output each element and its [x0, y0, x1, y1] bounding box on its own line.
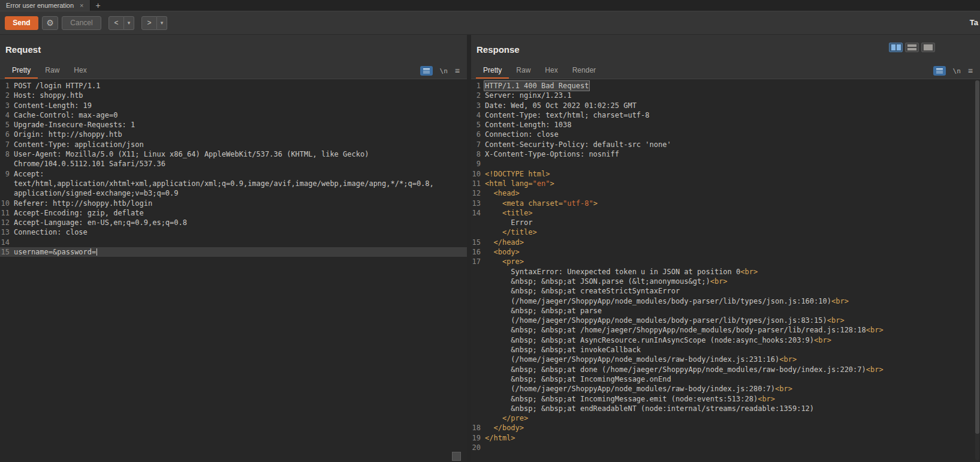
- code-line[interactable]: &nbsp; &nbsp;at done (/home/jaeger/Shopp…: [471, 365, 980, 374]
- code-line[interactable]: 4Content-Type: text/html; charset=utf-8: [471, 110, 980, 120]
- code-line[interactable]: 10<!DOCTYPE html>: [471, 169, 980, 179]
- code-line[interactable]: &nbsp; &nbsp;at endReadableNT (node:inte…: [471, 404, 980, 413]
- code-text: Server: nginx/1.23.1: [484, 91, 572, 100]
- history-back-dropdown-icon[interactable]: ▾: [124, 16, 134, 30]
- history-forward-dropdown-icon[interactable]: ▾: [157, 16, 167, 30]
- layout-rows-button[interactable]: [905, 43, 919, 52]
- code-line[interactable]: 10Referer: http://shoppy.htb/login: [0, 199, 467, 208]
- code-line[interactable]: &nbsp; &nbsp;at IncomingMessage.onEnd: [471, 374, 980, 384]
- scrollbar-thumb[interactable]: [975, 80, 979, 434]
- code-line[interactable]: 3Date: Wed, 05 Oct 2022 01:02:25 GMT: [471, 101, 980, 110]
- code-line[interactable]: 6Connection: close: [471, 130, 980, 139]
- show-newlines-toggle[interactable]: \n: [440, 67, 448, 75]
- scrollbar-corner[interactable]: [452, 452, 461, 461]
- code-line[interactable]: 6Origin: http://shoppy.htb: [0, 130, 467, 139]
- code-line[interactable]: SyntaxError: Unexpected token u in JSON …: [471, 267, 980, 277]
- repeater-tab[interactable]: Error user enumeration ×: [0, 0, 91, 11]
- new-tab-button[interactable]: +: [91, 0, 106, 11]
- code-line[interactable]: (/home/jaeger/ShoppyApp/node_modules/bod…: [471, 316, 980, 325]
- code-line[interactable]: 1HTTP/1.1 400 Bad Request: [471, 81, 980, 91]
- code-line[interactable]: 4Cache-Control: max-age=0: [0, 110, 467, 120]
- line-number: [471, 296, 484, 306]
- code-line[interactable]: 12Accept-Language: en-US,en;q=0.9,es;q=0…: [0, 218, 467, 227]
- tab-pretty[interactable]: Pretty: [476, 64, 509, 79]
- pretty-print-icon[interactable]: [420, 66, 433, 76]
- response-editor-tabs: Pretty Raw Hex Render \n ≡: [471, 64, 980, 79]
- code-line[interactable]: 16 <body>: [471, 247, 980, 257]
- response-editor[interactable]: 1HTTP/1.1 400 Bad Request2Server: nginx/…: [471, 79, 980, 462]
- code-line[interactable]: 12 <head>: [471, 188, 980, 198]
- line-number: 9: [0, 169, 13, 179]
- code-line[interactable]: 14: [0, 238, 467, 247]
- code-line[interactable]: (/home/jaeger/ShoppyApp/node_modules/bod…: [471, 296, 980, 306]
- editor-menu-icon[interactable]: ≡: [968, 67, 973, 75]
- pretty-print-icon[interactable]: [933, 66, 946, 76]
- code-line[interactable]: 8User-Agent: Mozilla/5.0 (X11; Linux x86…: [0, 149, 467, 159]
- code-text: [484, 443, 486, 452]
- response-panel-title: Response: [477, 44, 520, 55]
- code-line[interactable]: 17 <pre>: [471, 257, 980, 266]
- code-line[interactable]: 7Content-Type: application/json: [0, 140, 467, 149]
- tab-raw[interactable]: Raw: [509, 64, 538, 79]
- code-line[interactable]: (/home/jaeger/ShoppyApp/node_modules/raw…: [471, 355, 980, 364]
- layout-columns-button[interactable]: [889, 43, 903, 52]
- code-line[interactable]: 1POST /login HTTP/1.1: [0, 81, 467, 91]
- code-line[interactable]: 7Content-Security-Policy: default-src 'n…: [471, 140, 980, 149]
- code-text: Accept-Encoding: gzip, deflate: [13, 208, 144, 218]
- code-line[interactable]: &nbsp; &nbsp;at IncomingMessage.emit (no…: [471, 394, 980, 404]
- editor-menu-icon[interactable]: ≡: [455, 67, 460, 75]
- code-line[interactable]: 15username=&password=: [0, 247, 467, 257]
- tab-hex[interactable]: Hex: [67, 64, 94, 79]
- code-line[interactable]: &nbsp; &nbsp;at createStrictSyntaxError: [471, 286, 980, 296]
- code-line[interactable]: &nbsp; &nbsp;at AsyncResource.runInAsync…: [471, 335, 980, 345]
- code-text: <title>: [484, 208, 533, 218]
- code-line[interactable]: 19</html>: [471, 433, 980, 443]
- layout-single-button[interactable]: [921, 43, 935, 52]
- history-forward-button[interactable]: >: [141, 16, 157, 30]
- response-scrollbar[interactable]: [975, 80, 979, 460]
- code-line[interactable]: Chrome/104.0.5112.101 Safari/537.36: [0, 159, 467, 169]
- code-line[interactable]: Error: [471, 218, 980, 227]
- tab-render[interactable]: Render: [565, 64, 603, 79]
- tab-hex[interactable]: Hex: [538, 64, 565, 79]
- cancel-button[interactable]: Cancel: [62, 16, 101, 30]
- code-line[interactable]: 8X-Content-Type-Options: nosniff: [471, 149, 980, 159]
- code-line[interactable]: 14 <title>: [471, 208, 980, 218]
- tab-raw[interactable]: Raw: [38, 64, 67, 79]
- code-line[interactable]: 18 </body>: [471, 423, 980, 433]
- code-line[interactable]: &nbsp; &nbsp;at /home/jaeger/ShoppyApp/n…: [471, 325, 980, 335]
- code-line[interactable]: &nbsp; &nbsp;at JSON.parse (&lt;anonymou…: [471, 277, 980, 286]
- request-editor[interactable]: 1POST /login HTTP/1.12Host: shoppy.htb3C…: [0, 79, 467, 462]
- code-line[interactable]: 11Accept-Encoding: gzip, deflate: [0, 208, 467, 218]
- line-number: [471, 394, 484, 404]
- code-line[interactable]: 13 <meta charset="utf-8">: [471, 199, 980, 208]
- code-line[interactable]: (/home/jaeger/ShoppyApp/node_modules/raw…: [471, 384, 980, 394]
- tab-pretty[interactable]: Pretty: [5, 64, 38, 79]
- close-tab-icon[interactable]: ×: [80, 2, 83, 9]
- code-line[interactable]: &nbsp; &nbsp;at invokeCallback: [471, 345, 980, 355]
- send-button[interactable]: Send: [5, 16, 38, 30]
- code-line[interactable]: </pre>: [471, 413, 980, 423]
- code-line[interactable]: 2Host: shoppy.htb: [0, 91, 467, 100]
- code-line[interactable]: 5Upgrade-Insecure-Requests: 1: [0, 120, 467, 130]
- code-line[interactable]: 20: [471, 443, 980, 452]
- code-line[interactable]: 2Server: nginx/1.23.1: [471, 91, 980, 100]
- code-line[interactable]: 15 </head>: [471, 238, 980, 247]
- code-line[interactable]: text/html,application/xhtml+xml,applicat…: [0, 179, 467, 188]
- code-line[interactable]: 9Accept:: [0, 169, 467, 179]
- line-number: 7: [0, 140, 13, 149]
- panel-divider[interactable]: [467, 35, 471, 462]
- show-newlines-toggle[interactable]: \n: [953, 67, 961, 75]
- code-line[interactable]: &nbsp; &nbsp;at parse: [471, 306, 980, 316]
- settings-gear-button[interactable]: ⚙: [42, 16, 58, 30]
- code-line[interactable]: 9: [471, 159, 980, 169]
- code-line[interactable]: 13Connection: close: [0, 227, 467, 237]
- code-line[interactable]: 5Content-Length: 1038: [471, 120, 980, 130]
- code-text: (/home/jaeger/ShoppyApp/node_modules/raw…: [484, 355, 797, 364]
- code-line[interactable]: 11<html lang="en">: [471, 179, 980, 188]
- history-back-button[interactable]: <: [108, 16, 124, 30]
- code-line[interactable]: application/signed-exchange;v=b3;q=0.9: [0, 188, 467, 198]
- line-number: [471, 218, 484, 227]
- code-line[interactable]: 3Content-Length: 19: [0, 101, 467, 110]
- code-line[interactable]: </title>: [471, 227, 980, 237]
